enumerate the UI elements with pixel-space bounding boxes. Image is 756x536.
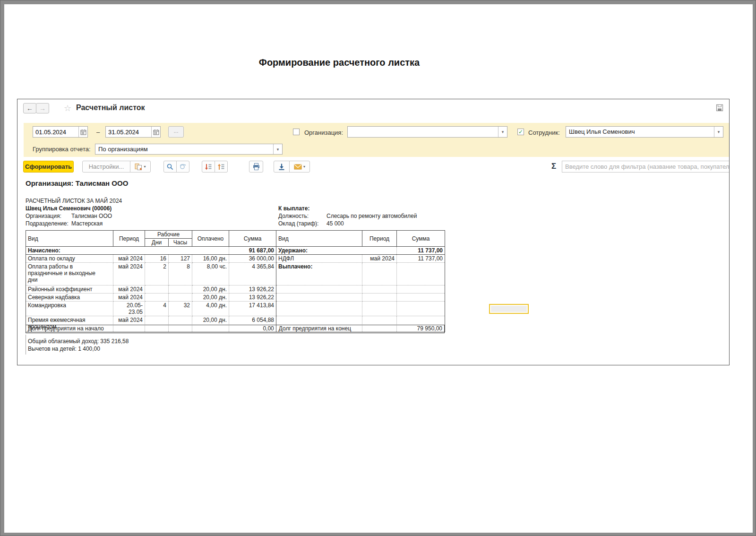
send-group: ▾ (274, 161, 310, 173)
search-button[interactable] (163, 161, 177, 173)
back-button[interactable]: ← (23, 103, 36, 113)
print-button[interactable] (249, 161, 263, 173)
organization-checkbox[interactable] (293, 129, 300, 135)
settings-group: Настройки... ▾ (82, 161, 151, 173)
chevron-down-icon[interactable]: ▾ (498, 127, 507, 137)
cell-hours (169, 294, 192, 302)
cell-paid: 16,00 дн. (192, 255, 229, 263)
cell-sum: 13 926,22 (229, 294, 276, 302)
cell-hours: 32 (169, 302, 192, 316)
withheld-total: 11 737,00 (397, 247, 445, 255)
date-from-input[interactable] (33, 127, 78, 137)
chevron-down-icon: ▾ (144, 164, 146, 169)
cell-sum: 13 926,22 (229, 285, 276, 294)
cell-paid: 8,00 чс. (192, 263, 229, 285)
cell-period: 20.05-23.05 (113, 302, 145, 316)
col-header: Вид (26, 231, 113, 247)
cell-deduction-period (362, 302, 397, 316)
cell-name: Районный коэффициент (26, 285, 113, 294)
accrued-label: Начислено: (26, 247, 229, 255)
position-value: Слесарь по ремонту автомобилей (326, 213, 417, 219)
search-next-icon (179, 163, 187, 171)
cell-days: 16 (145, 255, 169, 263)
report-org-header: Организация: Талисман ООО (26, 179, 128, 187)
forward-button[interactable]: → (36, 103, 49, 113)
save-icon[interactable] (716, 104, 723, 112)
cell-deduction-sum (397, 294, 445, 302)
page-title: Формирование расчетного листка (4, 57, 674, 68)
calendar-icon[interactable] (78, 127, 87, 137)
date-from-field[interactable] (33, 126, 88, 138)
search-next-button[interactable] (176, 161, 189, 173)
salary-value: 45 000 (326, 220, 344, 227)
organization-select[interactable]: ▾ (347, 126, 507, 138)
date-to-field[interactable] (105, 126, 161, 138)
report-org-label: Организация: (26, 213, 61, 219)
sort-descending-button[interactable] (202, 161, 215, 173)
cell-sum: 36 000,00 (229, 255, 276, 263)
paid-out-label: Выплачено: (276, 263, 362, 285)
col-header: Сумма (397, 231, 445, 247)
sort-ascending-button[interactable] (215, 161, 228, 173)
cell-deduction-sum: 11 737,00 (397, 255, 445, 263)
cell-days (145, 294, 169, 302)
download-icon (278, 163, 285, 171)
taxable-income-line: Общий облагаемый доход: 335 216,58 (28, 337, 129, 345)
col-header: Оплачено (192, 231, 229, 247)
position-label: Должность: (278, 213, 309, 219)
employee-checkbox[interactable]: ✓ (517, 129, 524, 135)
window-title: Расчетный листок (76, 104, 145, 112)
calendar-icon[interactable] (151, 127, 160, 137)
col-header: Часы (169, 239, 192, 247)
sort-group (202, 161, 228, 173)
filter-input[interactable] (562, 161, 730, 173)
cell-period: май 2024 (113, 263, 145, 285)
cell-deduction-name (276, 302, 362, 316)
cell-paid: 20,00 дн. (192, 285, 229, 294)
withheld-label: Удержано: (276, 247, 397, 255)
highlight-box-fill (491, 306, 527, 312)
favorite-star-icon[interactable]: ☆ (64, 103, 71, 113)
col-header: Период (113, 231, 145, 247)
search-group (163, 161, 189, 173)
table-row: Северная надбавка май 2024 20,00 дн. 13 … (26, 294, 445, 302)
organization-label: Организация: (304, 129, 343, 136)
cell-deduction-sum (397, 285, 445, 294)
cell-hours: 127 (169, 255, 192, 263)
report-dept-label: Подразделение: (26, 220, 69, 227)
chevron-down-icon: ▾ (303, 164, 305, 169)
cell-name: Северная надбавка (26, 294, 113, 302)
forward-arrow-icon: → (39, 104, 46, 112)
sigma-icon[interactable]: Σ (551, 162, 556, 171)
grouping-value: По организациям (95, 144, 273, 154)
download-button[interactable] (274, 161, 290, 173)
cell-deduction-period (362, 294, 397, 302)
generate-button[interactable]: Сформировать (23, 161, 74, 173)
report-footer: Общий облагаемый доход: 335 216,58 Вычет… (26, 335, 129, 354)
cell-sum: 4 365,84 (229, 263, 276, 285)
employee-label: Сотрудник: (528, 129, 560, 136)
cell-deduction-name: НДФЛ (276, 255, 362, 263)
col-header: Период (362, 231, 397, 247)
col-header: Вид (276, 231, 362, 247)
chevron-down-icon[interactable]: ▾ (273, 144, 282, 154)
cell-paid: 4,00 дн. (192, 302, 229, 316)
highlight-box (489, 304, 529, 314)
cell-paid: 20,00 дн. (192, 294, 229, 302)
employee-select[interactable]: Швец Илья Семенович ▾ (566, 126, 723, 138)
cell-period: май 2024 (113, 285, 145, 294)
settings-button[interactable]: Настройки... (82, 161, 130, 173)
cell-name: Оплата по окладу (26, 255, 113, 263)
cell-hours: 8 (169, 263, 192, 285)
col-header: Дни (145, 239, 169, 247)
date-to-input[interactable] (106, 127, 151, 137)
email-button[interactable]: ▾ (289, 161, 310, 173)
report-variants-button[interactable]: ▾ (130, 161, 151, 173)
grouping-select[interactable]: По организациям ▾ (95, 144, 283, 155)
cell-days (145, 285, 169, 294)
report-variants-icon (135, 163, 142, 171)
chevron-down-icon[interactable]: ▾ (714, 127, 723, 137)
debt-row: Долг предприятия на начало 0,00 Долг пре… (26, 325, 445, 333)
cell-deduction-period (362, 285, 397, 294)
period-more-button[interactable]: ... (168, 126, 184, 138)
